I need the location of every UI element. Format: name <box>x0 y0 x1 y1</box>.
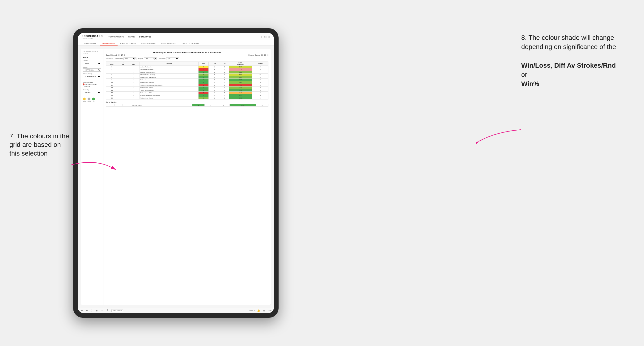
opponent-filter-label: Opponent <box>159 58 165 59</box>
bold-win-loss: Win/Loss <box>521 62 550 69</box>
opponents-label: Opponents: <box>106 58 113 59</box>
rounds-cell: 2 <box>252 79 268 81</box>
watch-btn[interactable]: Watch ▾ <box>250 310 254 311</box>
rounds-cell: 8 <box>252 81 268 84</box>
tab-team-h2h-grid[interactable]: TEAM H2H GRID <box>100 41 118 46</box>
reg-cell: - <box>118 71 128 74</box>
diff-cell: 9.00 <box>229 79 252 81</box>
tab-team-h2h-heatmap[interactable]: TEAM H2H HEATMAP <box>118 41 139 46</box>
col-conf: #Conf <box>128 62 140 66</box>
nav-tournaments[interactable]: TOURNAMENTS <box>108 36 124 38</box>
school-select[interactable]: 1. University of Nort... <box>83 75 101 78</box>
clock-btn[interactable]: ⏱ <box>106 309 110 312</box>
rank-cell: 4 <box>106 71 118 74</box>
conf-cell: 2 <box>128 74 140 76</box>
rank-cell: 2 <box>106 66 118 68</box>
conf-cell: 1 <box>128 71 140 74</box>
filter-conference: Conference (All) <box>115 57 136 60</box>
opponent-cell: University of Oklahoma <box>140 92 198 94</box>
radio-top100[interactable]: Top 100 <box>83 86 101 87</box>
rank-cell: 10 <box>106 81 118 84</box>
share-btn[interactable]: Share <box>268 310 272 311</box>
sidebar: Last Updated: 27/03/2024 16:55:38 Team G… <box>81 49 104 305</box>
opponent-select[interactable]: (All) <box>166 57 179 60</box>
conf-cell: 1 <box>128 89 140 92</box>
diff-cell: 1.67 <box>229 66 252 68</box>
options-btn[interactable]: ⋯ <box>100 309 104 312</box>
division-select[interactable]: NCAA Division I <box>83 68 101 72</box>
undo-btn[interactable]: ↩ <box>80 309 84 312</box>
gender-select[interactable]: Men's <box>83 62 101 65</box>
tie-cell: 0 <box>220 68 229 71</box>
rounds-cell: 8 <box>252 68 268 71</box>
table-row: 8 - 2 University of Washington 1 0 0 3.6… <box>106 76 268 79</box>
win-cell: 3 <box>198 89 208 92</box>
inner-panel: Last Updated: 27/03/2024 16:55:38 Team G… <box>81 49 271 305</box>
tab-player-h2h-heatmap[interactable]: PLAYER H2H HEATMAP <box>178 41 202 46</box>
table-row: 2 - 1 Auburn University 2 1 0 1.67 9 <box>106 66 268 68</box>
conf-cell: 3 <box>128 86 140 89</box>
tie-cell: 0 <box>220 89 229 92</box>
rounds-cell: 3 <box>252 76 268 79</box>
win-cell: 1 <box>198 79 208 81</box>
level-label: Level <box>88 100 91 102</box>
loss-cell: 4 <box>208 68 220 71</box>
diff-cell: 1.83 <box>229 74 252 76</box>
col-rank: #Rank <box>106 62 118 66</box>
up-dot <box>92 98 95 100</box>
tab-player-summary[interactable]: PLAYER SUMMARY <box>139 41 159 46</box>
copy-btn[interactable]: ⊞ <box>95 309 98 312</box>
rank-cell: 15 <box>106 94 118 97</box>
diff-cell: 2.33 <box>229 86 252 89</box>
col-diff: Diff AvStrokes/Rnd <box>229 62 252 66</box>
reg-cell: - <box>118 86 128 89</box>
sign-out[interactable]: Sign out <box>261 36 270 38</box>
opponent-view-label: Opponent View <box>83 82 101 83</box>
region-select[interactable]: (All) <box>144 57 157 60</box>
forward-btn[interactable]: ⟩ <box>91 309 93 312</box>
opponent-cell: University of Arkansas, Fayetteville <box>140 84 198 86</box>
view-original[interactable]: View: Original <box>112 309 123 312</box>
ood-rounds: 3 <box>256 104 268 107</box>
reg-cell: - <box>118 74 128 76</box>
nav-committee[interactable]: COMMITTEE <box>139 36 152 38</box>
right-arrow <box>476 125 524 146</box>
win-cell: 5 <box>198 71 208 74</box>
bold-winpct: Win% <box>521 80 539 87</box>
diff-cell: 3.67 <box>229 76 252 79</box>
colour-by-select[interactable]: Win/loss <box>83 91 101 94</box>
rank-cell: 9 <box>106 79 118 81</box>
redo-btn[interactable]: ↪ <box>86 309 89 312</box>
table-row: 10 - 5 University of Alabama 3 0 0 2.61 … <box>106 81 268 84</box>
win-cell: 5 <box>198 94 208 97</box>
tie-cell: 0 <box>220 84 229 86</box>
school-label: School (Rank) <box>83 73 101 74</box>
reg-cell: - <box>118 97 128 99</box>
grid-area: University of North Carolina Head-to-Hea… <box>104 49 271 305</box>
thumbs-up-btn[interactable]: 👍 <box>256 309 260 312</box>
col-reg: #Reg <box>118 62 128 66</box>
opponent-cell: Texas Tech University <box>140 89 198 92</box>
radio-opponents-played[interactable]: Opponents Played <box>83 83 101 85</box>
conference-select[interactable]: (All) <box>124 57 136 60</box>
tab-team-summary[interactable]: TEAM SUMMARY <box>82 41 100 46</box>
grid-btn[interactable]: ⊞ <box>262 309 266 312</box>
nav-teams[interactable]: TEAMS <box>128 36 135 38</box>
diff-cell: -2.29 <box>229 68 252 71</box>
win-cell: 1 <box>198 76 208 79</box>
filter-row: Opponents: Conference (All) Region (All) <box>106 57 268 60</box>
tie-cell: 0 <box>220 94 229 97</box>
main-content: Last Updated: 27/03/2024 16:55:38 Team G… <box>78 46 274 313</box>
loss-cell: 0 <box>208 86 220 89</box>
table-row: 6 - 2 Florida State University 4 2 0 1.8… <box>106 74 268 76</box>
colour-legend: Down Level Up <box>83 98 101 102</box>
tab-player-h2h-grid[interactable]: PLAYER H2H GRID <box>159 41 179 46</box>
reg-cell: - <box>118 76 128 79</box>
rounds-cell: 3 <box>252 92 268 94</box>
conf-cell: 3 <box>128 79 140 81</box>
loss-cell: 1 <box>208 84 220 86</box>
ood-loss: 0 <box>205 104 217 107</box>
rounds-cell: 12 <box>252 74 268 76</box>
rounds-cell: 9 <box>252 97 268 99</box>
rounds-cell: 3 <box>252 86 268 89</box>
